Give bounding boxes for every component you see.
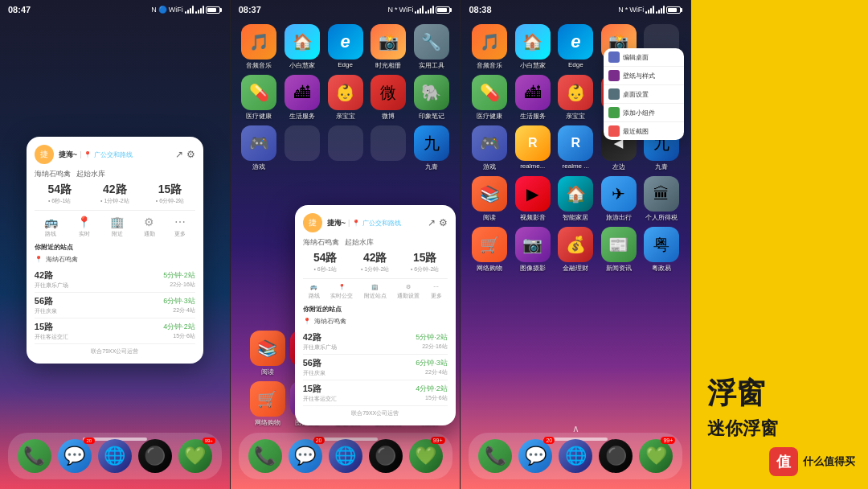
battery-icon-2 <box>436 6 452 14</box>
mini-float-nav: 🚌路线 📍实时公交 🏢附近站点 ⚙通勤设置 ⋯更多 <box>303 278 448 300</box>
signal-icon-2 <box>195 6 204 14</box>
panel-sub-text: 迷你浮窗 <box>707 417 778 441</box>
app-music-2[interactable]: 🎵 音频音乐 <box>240 24 279 70</box>
app-grid-2-top: 🎵 音频音乐 🏠 小白慧家 e Edge 📸 时光相册 🔧 实用工具 💊 医疗健… <box>231 18 461 178</box>
mini-float-avatar: 捷 <box>303 213 322 232</box>
dock-phone[interactable]: 📞 <box>18 439 51 473</box>
float-title-row: 捷海~ | 📍 广公交和路线 <box>59 150 170 160</box>
app-shop-2[interactable]: 🛒网络购物 <box>250 381 285 427</box>
app-edge-2[interactable]: e Edge <box>326 24 365 70</box>
app-music-3[interactable]: 🎵音频音乐 <box>470 24 509 70</box>
panel-main-text: 浮窗 <box>707 376 765 410</box>
bt-icon: 🔵 <box>158 6 167 14</box>
popup-item-settings[interactable]: 桌面设置 <box>604 85 684 104</box>
signal-icon-3 <box>415 6 424 14</box>
app-weibo-2[interactable]: 微 微博 <box>369 75 407 121</box>
app-health-2[interactable]: 💊 医疗健康 <box>240 75 279 121</box>
float-nav-tabs: 🚌路线 📍实时 🏢附近 ⚙通勤 ⋯更多 <box>35 210 195 238</box>
dock-msg-3[interactable]: 💬20 <box>518 439 552 473</box>
mini-float-title: 捷海~ | 📍 广公交和路线 <box>327 218 424 228</box>
float-route-3[interactable]: 15路 开往客运交汇 4分钟·2站 15分·6站 <box>35 318 195 344</box>
notif-icon: N <box>151 6 157 14</box>
bt-icon-2: * <box>395 6 398 14</box>
app-note-2[interactable]: 🐘 印象笔记 <box>412 75 451 121</box>
battery-icon <box>206 6 222 14</box>
mini-route-2[interactable]: 56路开往庆泉 6分钟·3站22分·4站 <box>303 355 448 380</box>
app-smart-3[interactable]: 🏠智能家居 <box>557 176 596 222</box>
status-bar-2: 08:37 N * WiFi <box>231 0 461 18</box>
app-qinbao-3[interactable]: 👶亲宝宝 <box>557 75 596 121</box>
dock-3: 📞 💬20 🌐 ⚫ 💚99+ <box>469 433 682 479</box>
phone-screen-1: 08:47 N 🔵 WiFi 捷 <box>0 0 231 489</box>
app-jiuqing-2[interactable]: 九 九青 <box>412 125 451 171</box>
popup-item-wallpaper[interactable]: 壁纸与样式 <box>604 67 684 85</box>
dock-msg[interactable]: 💬 20 <box>58 439 92 473</box>
bt-icon-3: * <box>625 6 628 14</box>
wifi-icon-2: WiFi <box>399 6 413 14</box>
app-game-3[interactable]: 🎮游戏 <box>470 125 509 171</box>
mini-float-card[interactable]: 捷 捷海~ | 📍 广公交和路线 ↗ ⚙ 海纳石鸣禽 起始水库 54路• 6秒-… <box>295 205 456 425</box>
dock-browser-3[interactable]: 🌐 <box>559 439 592 473</box>
popup-item-edit[interactable]: 编辑桌面 <box>604 48 684 67</box>
notif-icon-2: N <box>387 6 393 14</box>
status-time-2: 08:37 <box>239 5 261 14</box>
popup-item-widget[interactable]: 添加小组件 <box>604 104 684 122</box>
mini-float-bus-row: 54路• 6秒-1站 42路• 1分钟-2站 15路• 6分钟-2站 <box>303 251 448 273</box>
wifi-icon: WiFi <box>169 6 183 14</box>
app-cam-3[interactable]: 📷图像摄影 <box>514 227 552 273</box>
brand-logo: 值 <box>769 447 798 476</box>
dock-browser-2[interactable]: 🌐 <box>329 439 362 473</box>
signal-icon-6 <box>656 6 665 14</box>
floating-card-1[interactable]: 捷 捷海~ | 📍 广公交和路线 ↗ ⚙ 海纳石鸣禽 起始水库 54路 • 6秒… <box>27 137 203 364</box>
signal-icon-5 <box>645 6 654 14</box>
app-tax-3[interactable]: 🏛个人所得税 <box>643 176 682 222</box>
app-yuezheng-3[interactable]: 粤粤政易 <box>643 227 682 273</box>
dock-phone-3[interactable]: 📞 <box>478 439 512 473</box>
dock-cam-3[interactable]: ⚫ <box>599 439 633 473</box>
status-bar-1: 08:47 N 🔵 WiFi <box>0 0 230 18</box>
dock-msg-2[interactable]: 💬20 <box>289 439 322 473</box>
app-blank-2a <box>283 125 321 171</box>
dock-cam-2[interactable]: ⚫ <box>369 439 403 473</box>
mini-float-actions: ↗ ⚙ <box>428 217 447 228</box>
phone-screen-3: 08:38 N * WiFi 编辑桌面 壁纸与样式 <box>461 0 691 489</box>
signal-icon-4 <box>425 6 434 14</box>
popup-overlay[interactable]: 编辑桌面 壁纸与样式 桌面设置 添加小组件 最近截图 <box>604 48 684 140</box>
dock-wechat[interactable]: 💚 99+ <box>178 439 212 473</box>
app-photo-2[interactable]: 📸 时光相册 <box>369 24 407 70</box>
app-game-2[interactable]: 🎮 游戏 <box>240 125 279 171</box>
app-xiaobai-3[interactable]: 🏠小白慧家 <box>514 24 552 70</box>
app-finance-3[interactable]: 💰金融理财 <box>557 227 596 273</box>
float-route-2[interactable]: 56路 开往庆泉 6分钟·3站 22分·4站 <box>35 293 195 318</box>
mini-route-3[interactable]: 15路开往客运交汇 4分钟·2站15分·6站 <box>303 380 448 406</box>
app-life-3[interactable]: 🏙生活服务 <box>514 75 552 121</box>
dock-wechat-2[interactable]: 💚99+ <box>409 439 443 473</box>
mini-route-1[interactable]: 42路开往康乐广场 5分钟·2站22分·16站 <box>303 329 448 355</box>
app-tools-2[interactable]: 🔧 实用工具 <box>412 24 451 70</box>
app-news-3[interactable]: 📰新闻资讯 <box>600 227 638 273</box>
float-nearby-label: 你附近的站点 <box>35 243 195 252</box>
status-icons-2: N * WiFi <box>387 6 452 14</box>
app-shop-3[interactable]: 🛒网络购物 <box>470 227 509 273</box>
dock-phone-2[interactable]: 📞 <box>248 439 282 473</box>
mini-float-header: 捷 捷海~ | 📍 广公交和路线 ↗ ⚙ <box>303 213 448 232</box>
app-video-3[interactable]: ▶视频影音 <box>514 176 552 222</box>
float-header: 捷 捷海~ | 📍 广公交和路线 ↗ ⚙ <box>35 145 195 164</box>
app-qinbao-2[interactable]: 👶 亲宝宝 <box>326 75 365 121</box>
app-edge-3[interactable]: eEdge <box>557 24 596 70</box>
app-realme-3[interactable]: Rrealme... <box>514 125 552 171</box>
app-realme2-3[interactable]: Rrealme ... <box>557 125 596 171</box>
app-travel-3[interactable]: ✈旅游出行 <box>600 176 638 222</box>
float-route-1[interactable]: 42路 开往康乐广场 5分钟·2站 22分·16站 <box>35 267 195 293</box>
app-read-2[interactable]: 📚阅读 <box>250 331 285 376</box>
popup-item-screenshot[interactable]: 最近截图 <box>604 122 684 140</box>
dock-wechat-3[interactable]: 💚99+ <box>639 439 673 473</box>
app-xiaobai-2[interactable]: 🏠 小白慧家 <box>283 24 321 70</box>
dock-cam[interactable]: ⚫ <box>138 439 172 473</box>
dock-browser[interactable]: 🌐 <box>98 439 132 473</box>
app-health-3[interactable]: 💊医疗健康 <box>470 75 509 121</box>
app-life-2[interactable]: 🏙 生活服务 <box>283 75 321 121</box>
app-read-3[interactable]: 📚阅读 <box>470 176 509 222</box>
right-panel: 浮窗 迷你浮窗 值 什么值得买 <box>691 0 868 489</box>
dock-1: 📞 💬 20 🌐 ⚫ 💚 99+ <box>8 433 222 479</box>
